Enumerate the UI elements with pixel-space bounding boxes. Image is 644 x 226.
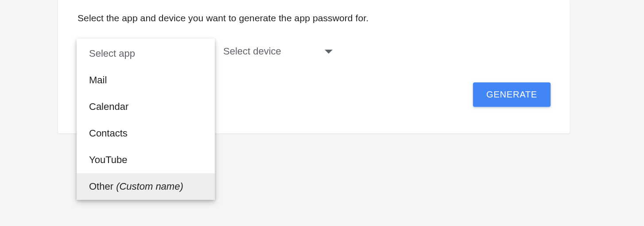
app-option-label: Calendar <box>89 101 128 112</box>
device-select-placeholder: Select device <box>223 46 281 57</box>
app-option-label: YouTube <box>89 154 127 165</box>
app-option-youtube[interactable]: YouTube <box>77 147 215 173</box>
app-option-calendar[interactable]: Calendar <box>77 94 215 120</box>
app-option-contacts[interactable]: Contacts <box>77 120 215 147</box>
app-option-mail[interactable]: Mail <box>77 67 215 94</box>
chevron-down-icon <box>325 50 333 54</box>
instruction-text: Select the app and device you want to ge… <box>78 13 369 23</box>
app-option-other[interactable]: Other (Custom name) <box>77 173 215 200</box>
device-select[interactable]: Select device <box>223 46 333 57</box>
app-select-dropdown[interactable]: Select app Mail Calendar Contacts YouTub… <box>77 39 215 200</box>
app-option-suffix: (Custom name) <box>116 181 183 192</box>
generate-button[interactable]: GENERATE <box>473 82 551 107</box>
app-option-label: Contacts <box>89 128 128 139</box>
app-option-label: Other <box>89 181 116 192</box>
app-select-placeholder: Select app <box>77 40 215 67</box>
app-option-label: Mail <box>89 74 107 86</box>
